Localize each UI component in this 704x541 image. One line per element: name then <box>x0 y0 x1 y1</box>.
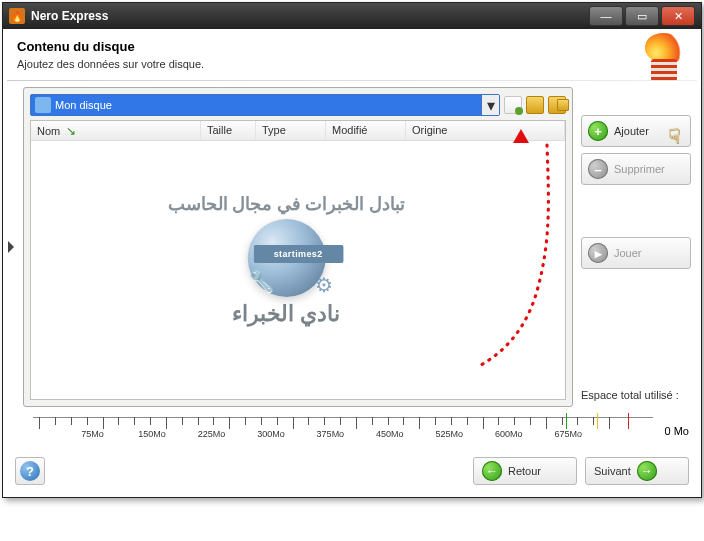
minus-icon: – <box>588 159 608 179</box>
nero-logo <box>641 33 689 81</box>
plus-icon: + <box>588 121 608 141</box>
capacity-tick-label: 225Mo <box>198 429 226 439</box>
expand-handle[interactable] <box>7 87 15 407</box>
disc-path-combo[interactable]: Mon disque ▾ <box>30 94 500 116</box>
play-button[interactable]: ▸ Jouer <box>581 237 691 269</box>
next-button[interactable]: Suivant → <box>585 457 689 485</box>
titlebar: 🔥 Nero Express — ▭ ✕ <box>3 3 701 29</box>
folders-icon[interactable] <box>548 96 566 114</box>
capacity-value: 0 Mo <box>665 417 689 437</box>
capacity-bar: 75Mo150Mo225Mo300Mo375Mo450Mo525Mo600Mo6… <box>33 417 653 447</box>
app-window: 🔥 Nero Express — ▭ ✕ Contenu du disque A… <box>2 2 702 498</box>
arrow-right-icon: → <box>637 461 657 481</box>
capacity-row: 75Mo150Mo225Mo300Mo375Mo450Mo525Mo600Mo6… <box>3 413 701 449</box>
page-header: Contenu du disque Ajoutez des données su… <box>3 29 701 76</box>
globe-icon: startimes2 🔧 ⚙ <box>247 219 325 297</box>
app-icon: 🔥 <box>9 8 25 24</box>
sort-indicator-icon: ↘ <box>66 124 76 138</box>
disc-icon <box>35 97 51 113</box>
col-origine[interactable]: Origine <box>406 121 565 140</box>
file-list[interactable]: Nom ↘ Taille Type Modifié Origine تبادل … <box>30 120 566 400</box>
annotation-dots <box>499 141 559 371</box>
chevron-down-icon[interactable]: ▾ <box>481 95 499 115</box>
capacity-tick-label: 525Mo <box>436 429 464 439</box>
delete-button[interactable]: – Supprimer <box>581 153 691 185</box>
cursor-hand-icon: ☟ <box>668 124 680 148</box>
content-panel: Mon disque ▾ Nom ↘ Taille Type Modifié <box>23 87 573 407</box>
window-title: Nero Express <box>31 9 108 23</box>
capacity-tick-label: 150Mo <box>138 429 166 439</box>
watermark: تبادل الخبرات في مجال الحاسب startimes2 … <box>168 193 405 327</box>
back-button[interactable]: ← Retour <box>473 457 577 485</box>
gear-icon: ⚙ <box>315 273 333 297</box>
col-taille[interactable]: Taille <box>201 121 256 140</box>
help-button[interactable]: ? <box>15 457 45 485</box>
footer: ? ← Retour Suivant → <box>3 449 701 497</box>
close-button[interactable]: ✕ <box>661 6 695 26</box>
maximize-button[interactable]: ▭ <box>625 6 659 26</box>
page-title: Contenu du disque <box>17 39 687 54</box>
capacity-tick-label: 600Mo <box>495 429 523 439</box>
capacity-tick-label: 75Mo <box>81 429 104 439</box>
wrench-icon: 🔧 <box>249 269 274 293</box>
side-buttons: + Ajouter ☟ – Supprimer ▸ Jouer Espace t… <box>581 87 691 407</box>
new-folder-icon[interactable] <box>526 96 544 114</box>
column-headers: Nom ↘ Taille Type Modifié Origine <box>31 121 565 141</box>
col-nom[interactable]: Nom ↘ <box>31 121 201 140</box>
help-icon: ? <box>20 461 40 481</box>
play-icon: ▸ <box>588 243 608 263</box>
annotation-arrowhead <box>513 129 529 143</box>
space-used-label: Espace total utilisé : <box>581 389 691 407</box>
col-type[interactable]: Type <box>256 121 326 140</box>
disc-path-label: Mon disque <box>55 99 112 111</box>
capacity-tick-label: 450Mo <box>376 429 404 439</box>
col-modifie[interactable]: Modifié <box>326 121 406 140</box>
capacity-tick-label: 300Mo <box>257 429 285 439</box>
arrow-left-icon: ← <box>482 461 502 481</box>
page-subtitle: Ajoutez des données sur votre disque. <box>17 58 687 70</box>
new-file-icon[interactable] <box>504 96 522 114</box>
capacity-tick-label: 375Mo <box>317 429 345 439</box>
capacity-tick-label: 675Mo <box>555 429 583 439</box>
minimize-button[interactable]: — <box>589 6 623 26</box>
add-button[interactable]: + Ajouter ☟ <box>581 115 691 147</box>
